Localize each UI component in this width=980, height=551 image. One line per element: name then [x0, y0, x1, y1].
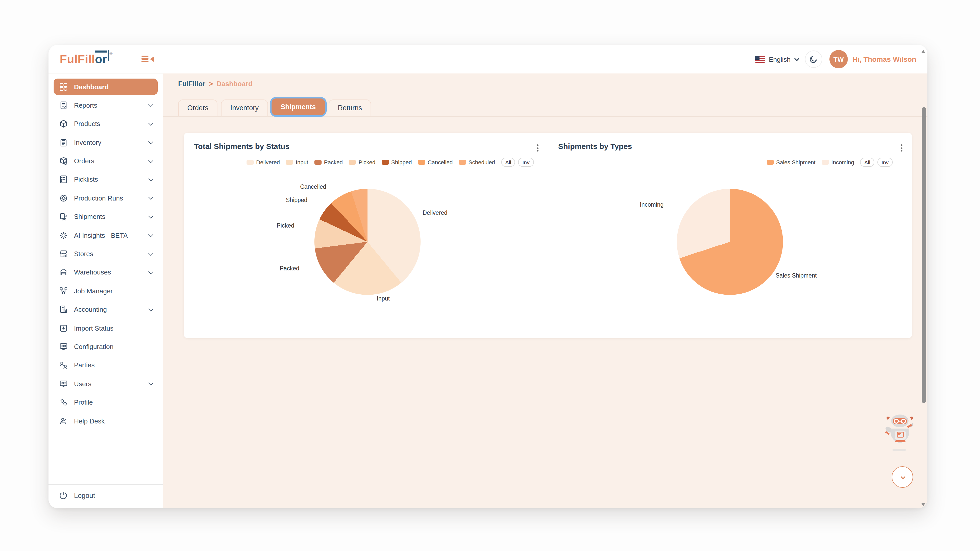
sidebar-collapse-icon[interactable] — [142, 56, 154, 62]
language-selector[interactable]: English — [755, 56, 798, 63]
product-box-icon — [59, 119, 68, 129]
pie-label-cancelled: Cancelled — [300, 184, 326, 190]
page: FulFillor® English — [0, 0, 980, 551]
legend-item-scheduled[interactable]: Scheduled — [459, 159, 495, 165]
pie-label-picked: Picked — [277, 222, 294, 229]
scrollbar-thumb[interactable] — [922, 107, 926, 403]
pie-label-delivered: Delivered — [423, 210, 447, 216]
user-menu[interactable]: TW Hi, Thomas Wilson — [829, 50, 916, 68]
legend-item-picked[interactable]: Picked — [349, 159, 375, 165]
chevron-down-icon — [148, 213, 153, 219]
legend-item-sales-shipment[interactable]: Sales Shipment — [767, 159, 815, 165]
logo-part2: or — [95, 51, 107, 66]
brand-logo[interactable]: FulFillor® — [60, 52, 113, 66]
pie-label-input: Input — [377, 295, 390, 302]
legend-swatch — [382, 160, 389, 165]
chevron-down-icon — [148, 195, 153, 200]
sidebar-item-help-desk[interactable]: Help Desk — [54, 413, 158, 429]
chevron-down-icon — [148, 176, 153, 181]
chart-title: Total Shipments by Status — [194, 142, 538, 151]
avatar: TW — [829, 50, 848, 68]
legend-swatch — [314, 160, 321, 165]
chart-title: Shipments by Types — [558, 142, 902, 151]
tab-shipments[interactable]: Shipments — [272, 98, 325, 115]
chevron-down-icon — [148, 269, 153, 274]
chevron-down-icon — [148, 232, 153, 237]
sidebar-nav: Dashboard Reports Products Inv — [48, 79, 163, 484]
accounting-doc-icon — [59, 305, 68, 314]
filter-all-button[interactable]: All — [501, 158, 515, 167]
breadcrumb-separator: > — [209, 80, 213, 88]
filter-inv-button[interactable]: Inv — [877, 158, 893, 167]
robot-assistant-icon[interactable] — [885, 414, 916, 452]
production-gear-icon — [59, 193, 68, 203]
logout-button[interactable]: Logout — [59, 491, 153, 500]
chevron-down-icon — [148, 381, 153, 386]
tab-returns[interactable]: Returns — [329, 100, 371, 116]
header-controls: English TW Hi, Thomas Wilson — [755, 50, 928, 68]
language-label: English — [769, 56, 791, 63]
sidebar-item-orders[interactable]: Orders — [54, 153, 158, 169]
sidebar-item-products[interactable]: Products — [54, 116, 158, 132]
logout-row: Logout — [48, 484, 163, 508]
users-monitor-icon — [59, 379, 68, 389]
kebab-menu-icon[interactable] — [899, 143, 904, 153]
ai-insights-icon — [59, 230, 68, 240]
kebab-menu-icon[interactable] — [535, 143, 540, 153]
sidebar-item-reports[interactable]: Reports — [54, 97, 158, 114]
sidebar-item-import-status[interactable]: Import Status — [54, 320, 158, 336]
legend-item-input[interactable]: Input — [286, 159, 308, 165]
legend-item-shipped[interactable]: Shipped — [382, 159, 412, 165]
picklist-icon — [59, 175, 68, 184]
chevron-down-icon — [148, 306, 153, 311]
legend-item-cancelled[interactable]: Cancelled — [418, 159, 453, 165]
legend-item-incoming[interactable]: Incoming — [821, 159, 854, 165]
tab-inventory[interactable]: Inventory — [221, 100, 268, 116]
warehouse-icon — [59, 268, 68, 277]
scroll-down-button[interactable] — [892, 466, 913, 488]
sidebar-item-shipments[interactable]: Shipments — [54, 208, 158, 225]
sidebar-item-dashboard[interactable]: Dashboard — [54, 79, 158, 95]
chevron-down-icon — [148, 121, 153, 126]
scrollbar-up-arrow-icon[interactable] — [921, 50, 925, 53]
pie-label-shipped: Shipped — [286, 197, 307, 203]
power-icon — [59, 491, 68, 500]
sidebar-item-stores[interactable]: Stores — [54, 246, 158, 262]
chart-legend: Sales Shipment Incoming All Inv — [558, 158, 893, 167]
breadcrumb-root[interactable]: FulFillor — [178, 80, 205, 88]
sidebar-item-production-runs[interactable]: Production Runs — [54, 190, 158, 206]
sidebar-item-accounting[interactable]: Accounting — [54, 301, 158, 318]
app-body: Dashboard Reports Products Inv — [48, 73, 928, 508]
help-desk-icon — [59, 416, 68, 426]
sidebar: Dashboard Reports Products Inv — [48, 73, 163, 508]
sidebar-item-profile[interactable]: Profile — [54, 394, 158, 410]
chevron-down-icon — [148, 158, 153, 163]
profile-gears-icon — [59, 397, 68, 407]
sidebar-item-job-manager[interactable]: Job Manager — [54, 283, 158, 299]
pie-shipments-by-types[interactable] — [676, 189, 783, 295]
scrollbar-down-arrow-icon[interactable] — [921, 503, 925, 506]
filter-all-button[interactable]: All — [860, 158, 874, 167]
pie-label-sales-shipment: Sales Shipment — [776, 272, 817, 279]
charts-card: Total Shipments by Status Delivered Inpu… — [184, 133, 912, 338]
tab-orders[interactable]: Orders — [178, 100, 218, 116]
app-window: FulFillor® English — [48, 45, 928, 508]
shipment-box-icon — [59, 212, 68, 221]
configuration-monitor-icon — [59, 342, 68, 351]
pie-total-shipments-by-status[interactable] — [314, 189, 421, 295]
sidebar-item-users[interactable]: Users — [54, 376, 158, 392]
sidebar-item-configuration[interactable]: Configuration — [54, 338, 158, 355]
sidebar-item-ai-insights[interactable]: AI Insights - BETA — [54, 227, 158, 243]
moon-icon — [809, 55, 818, 64]
legend-item-packed[interactable]: Packed — [314, 159, 343, 165]
legend-item-delivered[interactable]: Delivered — [247, 159, 280, 165]
filter-inv-button[interactable]: Inv — [518, 158, 534, 167]
dark-mode-toggle[interactable] — [805, 51, 822, 68]
sidebar-item-picklists[interactable]: Picklists — [54, 171, 158, 188]
sidebar-item-warehouses[interactable]: Warehouses — [54, 264, 158, 281]
breadcrumb-current[interactable]: Dashboard — [216, 80, 252, 88]
sidebar-item-inventory[interactable]: Inventory — [54, 134, 158, 151]
trademark: ® — [110, 52, 113, 56]
sidebar-item-parties[interactable]: Parties — [54, 357, 158, 373]
chevron-down-icon — [148, 139, 153, 144]
